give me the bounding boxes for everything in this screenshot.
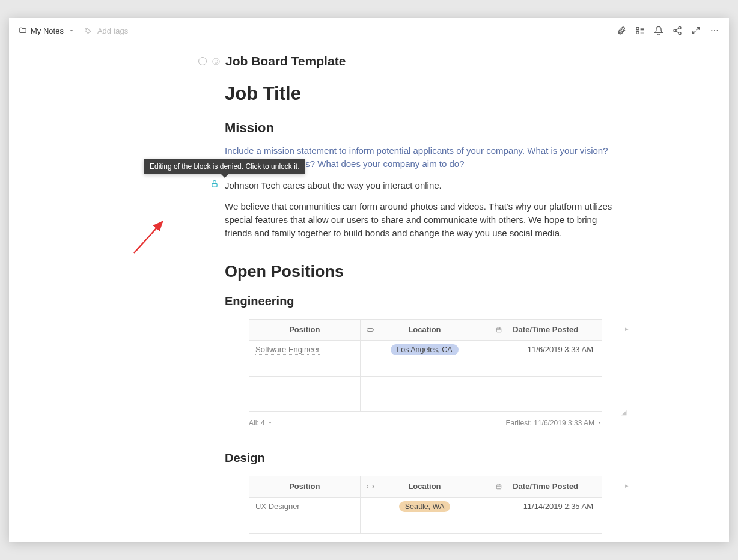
design-table-wrap: Position Location Date/Time Posted [249, 476, 621, 534]
position-link[interactable]: Software Engineer [255, 345, 320, 355]
table-expand-handle[interactable]: ▸ [625, 325, 629, 333]
date-header[interactable]: Date/Time Posted [489, 319, 602, 340]
date-header-label: Date/Time Posted [513, 482, 578, 491]
table-resize-handle[interactable]: ◢ [621, 409, 626, 416]
pill-icon [367, 484, 374, 490]
document: Job Board Template Job Title Mission Inc… [93, 43, 645, 542]
doc-title-row: Job Board Template [198, 54, 621, 68]
topbar-left: My Notes Add tags [19, 26, 128, 35]
footer-all-label: All: 4 [249, 419, 265, 427]
svg-line-10 [676, 28, 679, 30]
location-pill: Seattle, WA [399, 501, 451, 512]
attachment-icon[interactable] [617, 26, 626, 35]
svg-rect-20 [497, 328, 502, 332]
engineering-table[interactable]: Position Location Date/Time Posted [249, 319, 602, 412]
chevron-down-icon [597, 420, 602, 425]
date-cell[interactable]: 11/14/2019 2:35 AM [489, 497, 602, 516]
svg-point-17 [217, 60, 218, 61]
svg-line-11 [676, 31, 679, 33]
table-row[interactable]: UX Designer Seattle, WA 11/14/2019 2:35 … [249, 497, 602, 516]
date-header-label: Date/Time Posted [513, 325, 578, 334]
calendar-icon [495, 327, 502, 333]
footer-earliest-label: Earliest: 11/6/2019 3:33 AM [506, 419, 594, 427]
folder-icon [19, 26, 27, 35]
engineering-heading[interactable]: Engineering [225, 294, 621, 308]
table-footer: All: 4 Earliest: 11/6/2019 3:33 AM [249, 419, 602, 427]
lock-tooltip: Editing of the block is denied. Click to… [144, 159, 305, 174]
app-window: My Notes Add tags Job Board Template Job… [9, 18, 729, 542]
table-row[interactable] [249, 359, 602, 376]
properties-icon[interactable] [635, 26, 645, 35]
svg-point-13 [714, 30, 715, 31]
svg-rect-24 [367, 485, 373, 488]
svg-rect-1 [636, 28, 639, 30]
svg-point-12 [711, 30, 712, 31]
add-tags-button[interactable]: Add tags [97, 26, 128, 35]
svg-point-0 [86, 29, 87, 29]
engineering-section: Engineering Position Location [225, 294, 621, 427]
content-area[interactable]: Job Board Template Job Title Mission Inc… [9, 43, 729, 542]
status-circle-icon[interactable] [198, 57, 207, 65]
share-icon[interactable] [672, 26, 682, 35]
location-pill: Los Angeles, CA [391, 344, 458, 355]
mission-heading[interactable]: Mission [225, 120, 621, 136]
svg-rect-19 [367, 328, 373, 331]
lock-button[interactable] [210, 180, 220, 189]
location-header-label: Location [408, 482, 441, 491]
table-row[interactable]: Software Engineer Los Angeles, CA 11/6/2… [249, 340, 602, 359]
table-header-row: Position Location Date/Time Posted [249, 319, 602, 340]
page-title[interactable]: Job Title [225, 83, 621, 105]
position-header[interactable]: Position [249, 476, 361, 497]
position-cell[interactable]: Software Engineer [249, 340, 361, 359]
chevron-down-icon[interactable] [69, 28, 75, 34]
location-cell[interactable]: Los Angeles, CA [360, 340, 489, 359]
svg-point-7 [679, 26, 681, 29]
svg-rect-2 [636, 31, 639, 34]
location-header-label: Location [408, 325, 441, 334]
topbar: My Notes Add tags [9, 18, 729, 43]
position-link[interactable]: UX Designer [255, 502, 300, 511]
design-heading[interactable]: Design [225, 451, 621, 465]
design-table[interactable]: Position Location Date/Time Posted [249, 476, 602, 534]
table-footer-earliest[interactable]: Earliest: 11/6/2019 3:33 AM [506, 419, 602, 427]
mission-line-1[interactable]: Johnson Tech cares about the way you int… [225, 179, 621, 192]
table-footer-count[interactable]: All: 4 [249, 419, 273, 427]
table-header-row: Position Location Date/Time Posted [249, 476, 602, 497]
lock-icon [210, 180, 219, 188]
svg-point-16 [215, 60, 215, 61]
table-row[interactable] [249, 516, 602, 533]
locked-block: Editing of the block is denied. Click to… [225, 179, 621, 192]
mission-line-2[interactable]: We believe that communities can form aro… [225, 200, 621, 239]
template-title[interactable]: Job Board Template [225, 54, 346, 68]
breadcrumb[interactable]: My Notes [31, 26, 64, 35]
bell-icon[interactable] [654, 26, 663, 35]
position-cell[interactable]: UX Designer [249, 497, 361, 516]
svg-point-15 [213, 58, 219, 64]
chevron-down-icon [267, 420, 273, 425]
tag-icon [84, 27, 92, 35]
svg-point-9 [679, 32, 681, 35]
emoji-icon[interactable] [212, 57, 221, 66]
table-row[interactable] [249, 376, 602, 394]
location-cell[interactable]: Seattle, WA [360, 497, 489, 516]
pill-icon [367, 327, 374, 333]
table-row[interactable] [249, 394, 602, 411]
svg-rect-25 [497, 485, 502, 489]
more-icon[interactable] [710, 26, 719, 35]
location-header[interactable]: Location [360, 319, 489, 340]
expand-icon[interactable] [691, 26, 701, 35]
table-expand-handle[interactable]: ▸ [625, 482, 629, 490]
svg-rect-18 [212, 183, 217, 187]
svg-point-14 [717, 30, 718, 31]
open-positions-heading[interactable]: Open Positions [225, 263, 621, 281]
engineering-table-wrap: Position Location Date/Time Posted [249, 319, 621, 412]
position-header[interactable]: Position [249, 319, 361, 340]
design-section: Design Position Location [225, 451, 621, 534]
date-header[interactable]: Date/Time Posted [489, 476, 602, 497]
calendar-icon [495, 484, 502, 490]
location-header[interactable]: Location [360, 476, 489, 497]
date-cell[interactable]: 11/6/2019 3:33 AM [489, 340, 602, 359]
topbar-right [617, 26, 719, 35]
svg-point-8 [674, 29, 676, 32]
